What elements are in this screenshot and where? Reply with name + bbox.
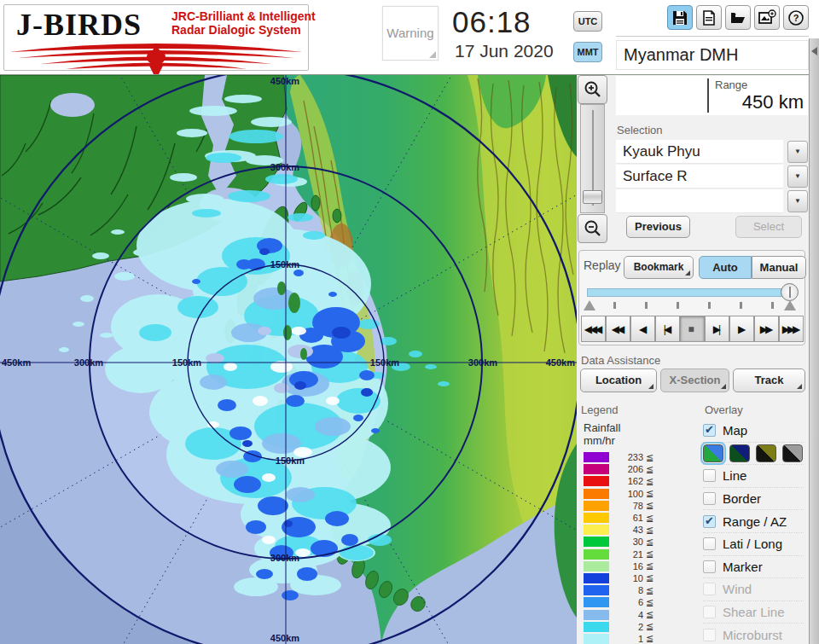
range-value: 450 km xyxy=(742,91,804,113)
overlay-item[interactable]: Microburst xyxy=(703,624,804,644)
checkbox[interactable] xyxy=(703,606,716,618)
playback-button[interactable]: ▶| xyxy=(705,316,729,342)
overlay-item[interactable]: Marker xyxy=(703,556,804,579)
legend-swatch xyxy=(584,537,609,547)
map-style-swatch[interactable] xyxy=(756,444,776,462)
checkbox[interactable] xyxy=(703,560,716,573)
panel-collapse-strip[interactable] xyxy=(809,38,819,644)
overlay-item[interactable]: Shear Line xyxy=(703,601,804,624)
warning-button[interactable]: Warning xyxy=(382,6,439,61)
print-icon xyxy=(700,9,717,26)
checkbox[interactable] xyxy=(703,469,716,482)
track-button[interactable]: Track xyxy=(733,368,805,392)
overlay-options: Map Line xyxy=(703,420,804,644)
playback-button[interactable]: ▶▶▶ xyxy=(779,316,804,342)
dropdown-value[interactable]: Kyauk Phyu xyxy=(616,140,783,164)
clock-date: 17 Jun 2020 xyxy=(455,41,574,61)
svg-text:450km: 450km xyxy=(270,633,299,643)
overlay-item-label: Marker xyxy=(723,560,763,574)
legend-swatch xyxy=(584,622,609,632)
legend-swatch xyxy=(584,597,609,607)
slider-end-marker[interactable] xyxy=(784,300,796,310)
save-icon xyxy=(671,9,688,26)
mmt-button[interactable]: MMT xyxy=(573,42,602,62)
overlay-item[interactable]: Line xyxy=(703,465,804,488)
legend-title: Rainfall xyxy=(584,421,694,434)
replay-slider-handle[interactable] xyxy=(781,283,799,301)
capture-button[interactable] xyxy=(754,5,780,30)
zoom-slider-track[interactable] xyxy=(580,104,605,213)
slider-start-marker[interactable] xyxy=(584,300,595,310)
legend-row: 43 ≦ xyxy=(584,524,694,536)
playback-button[interactable]: ▶ xyxy=(729,316,754,342)
chevron-down-icon[interactable]: ▼ xyxy=(787,190,808,212)
legend-swatch xyxy=(584,634,609,644)
map-style-swatch[interactable] xyxy=(729,444,750,462)
selection-label: Selection xyxy=(617,124,662,136)
svg-text:300km: 300km xyxy=(74,357,103,368)
dropdown-value[interactable] xyxy=(616,189,783,213)
checkbox[interactable] xyxy=(703,629,716,641)
playback-button[interactable]: |◀ xyxy=(655,316,680,342)
legend-swatch xyxy=(584,610,609,620)
checkbox[interactable] xyxy=(703,583,716,595)
help-button[interactable]: ? xyxy=(783,5,809,30)
overlay-item[interactable]: Lati / Long xyxy=(703,533,804,556)
legend: Rainfall mm/hr 233 ≦ 206 ≦ xyxy=(584,421,694,644)
legend-leq-symbol: ≦ xyxy=(646,488,653,499)
dropdown-value[interactable]: Surface R xyxy=(616,165,783,189)
checkbox[interactable] xyxy=(703,537,716,550)
legend-row: 6 ≦ xyxy=(584,596,694,608)
bookmark-button[interactable]: Bookmark xyxy=(624,256,694,279)
playback-button[interactable]: ■ xyxy=(680,316,705,342)
zoom-slider-handle[interactable] xyxy=(583,190,602,204)
playback-button[interactable]: ◀◀ xyxy=(606,316,630,342)
playback-button[interactable]: ◀ xyxy=(630,316,655,342)
playback-button[interactable]: ◀◀◀ xyxy=(581,316,606,342)
replay-panel: Replay Bookmark Auto Manual ◀◀◀ ◀◀ ◀ |◀ xyxy=(578,250,805,345)
utc-button[interactable]: UTC xyxy=(573,11,602,32)
open-folder-button[interactable] xyxy=(725,5,751,30)
select-button[interactable]: Select xyxy=(735,216,802,238)
help-icon: ? xyxy=(787,9,804,26)
capture-icon xyxy=(758,9,776,26)
open-folder-icon xyxy=(729,9,746,26)
checkbox[interactable] xyxy=(703,424,716,437)
overlay-item[interactable]: Range / AZ xyxy=(703,510,804,533)
svg-text:450km: 450km xyxy=(2,357,31,368)
map-style-swatch[interactable] xyxy=(782,444,803,462)
location-button[interactable]: Location xyxy=(580,368,657,392)
legend-row: 10 ≦ xyxy=(584,572,694,584)
replay-label: Replay xyxy=(584,258,621,272)
xsection-button[interactable]: X-Section xyxy=(660,368,729,392)
checkbox[interactable] xyxy=(703,515,716,528)
legend-row: 233 ≦ xyxy=(584,451,694,463)
svg-text:300km: 300km xyxy=(468,357,497,368)
overlay-item[interactable]: Border xyxy=(703,488,804,511)
zoom-in-button[interactable] xyxy=(578,75,607,104)
legend-row: 30 ≦ xyxy=(584,536,694,548)
print-button[interactable] xyxy=(696,5,722,30)
chevron-down-icon[interactable]: ▼ xyxy=(787,165,808,188)
checkbox[interactable] xyxy=(703,492,716,505)
legend-value: 10 xyxy=(609,573,643,583)
overlay-item-map[interactable]: Map xyxy=(703,420,804,443)
radar-map[interactable]: 450km 300km 150km 150km 300km 450km 450k… xyxy=(0,75,577,644)
save-button[interactable] xyxy=(667,5,693,30)
legend-value: 233 xyxy=(609,452,643,462)
auto-button[interactable]: Auto xyxy=(699,256,752,279)
legend-value: 206 xyxy=(609,464,643,474)
overlay-item[interactable]: Wind xyxy=(703,578,804,601)
chevron-down-icon[interactable]: ▼ xyxy=(787,141,808,163)
replay-slider-track[interactable] xyxy=(587,288,795,297)
map-style-swatch[interactable] xyxy=(703,444,723,462)
previous-button[interactable]: Previous xyxy=(626,216,690,238)
legend-leq-symbol: ≦ xyxy=(646,572,653,583)
zoom-out-button[interactable] xyxy=(578,214,607,243)
jbirds-app: J-BIRDS JRC-Brilliant & Intelligent Rada… xyxy=(0,0,819,644)
legend-leq-symbol: ≦ xyxy=(646,464,653,475)
legend-row: 61 ≦ xyxy=(584,512,694,524)
playback-button[interactable]: ▶▶ xyxy=(754,316,779,342)
svg-text:450km: 450km xyxy=(546,357,575,368)
manual-button[interactable]: Manual xyxy=(752,256,806,279)
